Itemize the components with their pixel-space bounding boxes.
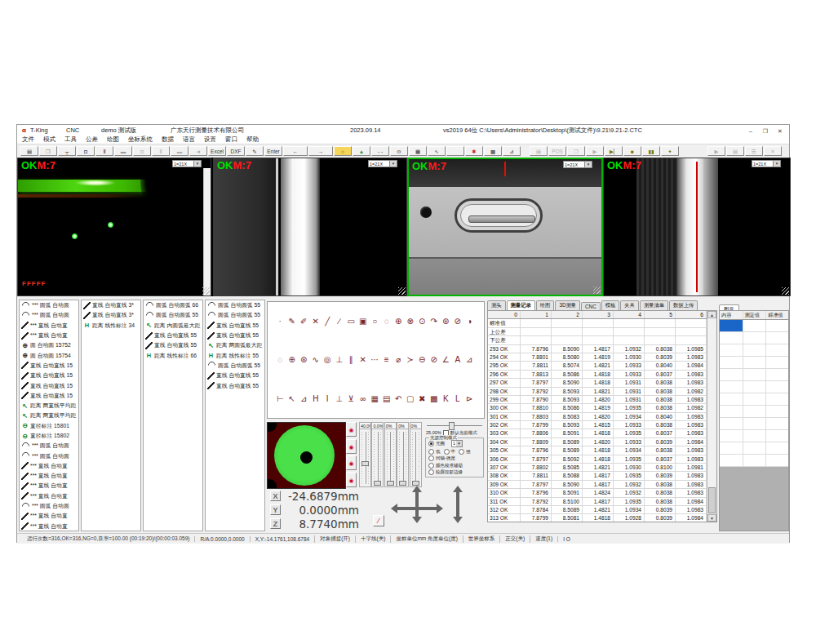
element-row[interactable]: [720, 369, 788, 381]
run-pause-icon[interactable]: ▮▮: [642, 146, 660, 156]
list-item[interactable]: 直线 自动直线 3*: [82, 310, 140, 320]
save-icon[interactable]: ▤: [20, 146, 38, 156]
table-row[interactable]: 308 OK7.88118.50881.48171.09350.80391.09…: [488, 472, 716, 480]
cell[interactable]: [766, 369, 789, 380]
cell[interactable]: 1.4820: [583, 396, 614, 403]
cell[interactable]: 8.5088: [552, 472, 583, 479]
cell[interactable]: 7.8811: [521, 472, 552, 479]
cell[interactable]: [743, 393, 767, 405]
cell[interactable]: [766, 357, 789, 368]
scroll-down-icon[interactable]: ▼: [707, 514, 716, 522]
cell[interactable]: 1.0984: [676, 498, 707, 505]
cell[interactable]: 1.4818: [583, 379, 614, 386]
cell[interactable]: [743, 332, 767, 344]
cell[interactable]: 1.0983: [676, 371, 707, 378]
cell[interactable]: 7.8784: [521, 506, 552, 513]
menu-item-坐标系统[interactable]: 坐标系统: [128, 135, 153, 144]
list-item[interactable]: ⊖直径标注 15802: [20, 431, 78, 441]
tab-模板[interactable]: 模板: [601, 300, 620, 310]
palette-tool-icon[interactable]: ◌: [381, 317, 393, 326]
cell[interactable]: 8.5089: [552, 506, 583, 513]
list-item[interactable]: 直线 自动直线 15: [20, 371, 78, 380]
lamp-ring-icon[interactable]: ◉: [346, 473, 357, 487]
cell[interactable]: [552, 319, 583, 326]
cell[interactable]: 1.0934: [614, 506, 645, 513]
cell[interactable]: 7.8801: [521, 353, 552, 361]
list-item[interactable]: 圆弧 自动圆弧 55: [144, 310, 202, 320]
list-item[interactable]: 直线 自动直线 55: [206, 321, 264, 331]
dash-dash-button[interactable]: - -: [371, 146, 389, 156]
table-row[interactable]: 309 OK7.87978.50901.48171.09320.80381.09…: [488, 481, 716, 489]
cell[interactable]: 7.8796: [521, 489, 552, 496]
light-slider[interactable]: 0%: [410, 422, 422, 487]
table-row[interactable]: 313 OK7.87998.50811.48181.09280.80391.09…: [488, 514, 716, 522]
list-item[interactable]: *** 圆弧 自动圆: [20, 300, 78, 310]
radio-强[interactable]: [459, 449, 464, 455]
scroll-up-icon[interactable]: ▲: [707, 311, 716, 318]
palette-tool-icon[interactable]: ≡: [381, 355, 393, 364]
cell[interactable]: 1.4817: [583, 345, 614, 353]
cell[interactable]: [766, 344, 789, 356]
palette-tool-icon[interactable]: ⌀: [392, 355, 405, 364]
cell[interactable]: [720, 418, 743, 429]
cell[interactable]: [614, 328, 645, 335]
camera-zoom-select[interactable]: 1=21X▾: [752, 160, 781, 167]
table-row[interactable]: 303 OK7.88068.50911.48181.09350.80371.09…: [488, 429, 716, 437]
cell[interactable]: [521, 328, 552, 335]
palette-tool-icon[interactable]: ▦: [369, 394, 381, 403]
cell[interactable]: [766, 381, 789, 393]
radio-颜色校准辅助[interactable]: [428, 463, 434, 469]
cell[interactable]: [552, 336, 583, 344]
cell[interactable]: 7.8810: [521, 404, 552, 411]
cell[interactable]: 0.8038: [645, 489, 676, 496]
palette-tool-icon[interactable]: ∕: [334, 317, 346, 326]
run-stop-icon[interactable]: ■: [623, 146, 641, 156]
element-row[interactable]: [720, 455, 788, 467]
palette-tool-icon[interactable]: ∥: [345, 355, 357, 364]
palette-tool-icon[interactable]: A: [452, 355, 464, 364]
cell[interactable]: 0.8040: [645, 362, 676, 369]
cell[interactable]: 0.8038: [645, 446, 676, 454]
table-row[interactable]: 312 OK7.87848.50891.48211.09340.80391.09…: [488, 506, 716, 514]
cell[interactable]: 8.5089: [552, 438, 583, 446]
cell[interactable]: 0.8039: [645, 472, 676, 479]
cell[interactable]: [720, 332, 743, 344]
tab-夹具[interactable]: 夹具: [620, 300, 639, 310]
cell[interactable]: 1.0932: [614, 481, 645, 488]
cell[interactable]: 1.0983: [676, 446, 707, 454]
camera-view-4[interactable]: OKM:7 1=21X▾: [603, 158, 791, 296]
cell[interactable]: 7.8797: [521, 455, 552, 463]
tab-测头[interactable]: 测头: [487, 300, 506, 310]
element-row[interactable]: [720, 418, 788, 430]
cell[interactable]: [720, 320, 743, 331]
cell[interactable]: 8.5081: [552, 514, 583, 522]
cell[interactable]: 7.8799: [521, 421, 552, 429]
cell[interactable]: [766, 455, 789, 466]
cell[interactable]: 1.4818: [583, 446, 614, 454]
feature-list-3[interactable]: 圆弧 自动圆弧 66圆弧 自动圆弧 55↖距离 内圆弧最大距直线 自动直线 55…: [143, 300, 203, 531]
cell[interactable]: 1.0983: [676, 379, 707, 386]
edge-detect-icon[interactable]: ◘: [77, 146, 95, 156]
cell[interactable]: [583, 319, 614, 326]
cell[interactable]: 7.8799: [521, 514, 552, 522]
cell[interactable]: [743, 344, 767, 356]
slider-track[interactable]: [397, 429, 409, 487]
cell[interactable]: 1.0933: [614, 421, 645, 429]
list-item[interactable]: ↖距离 内圆弧最大距: [144, 321, 202, 331]
chevron-down-icon[interactable]: ▾: [193, 161, 201, 167]
pen-edit-icon[interactable]: ✎: [246, 146, 264, 156]
cell[interactable]: 1.0983: [676, 472, 707, 479]
cell[interactable]: 8.5093: [552, 421, 583, 429]
cell[interactable]: [614, 336, 645, 344]
cell[interactable]: 1.0933: [614, 362, 645, 369]
cell[interactable]: 8.5074: [552, 362, 583, 369]
enter-key-button[interactable]: Enter: [264, 146, 282, 156]
feature-list-2[interactable]: 直线 自动直线 3*直线 自动直线 3*H距离 线性标注 34: [81, 300, 141, 531]
cell[interactable]: [552, 328, 583, 335]
palette-tool-icon[interactable]: ▩: [428, 394, 441, 403]
z-axis-button[interactable]: Z: [270, 518, 281, 529]
list-item[interactable]: 直线 自动直线 55: [206, 380, 264, 390]
cell[interactable]: 0.8037: [645, 429, 676, 437]
cell[interactable]: [743, 320, 767, 331]
palette-tool-icon[interactable]: ⊢: [274, 394, 286, 403]
